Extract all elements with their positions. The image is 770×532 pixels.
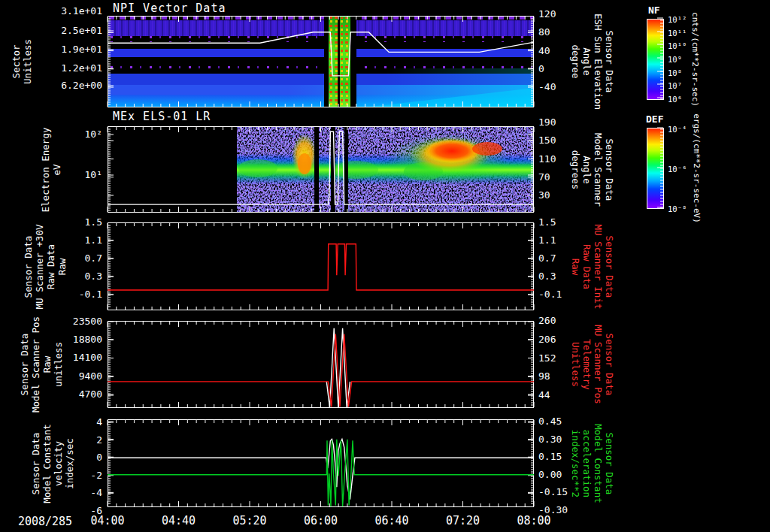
time-tick-label: 05:20: [223, 515, 276, 527]
time-tick-label: 06:00: [295, 515, 347, 527]
right-axis-label: Sensor Data Model Scanner Angle degrees: [570, 133, 615, 207]
y-axis-label: Sensor Data MU Scanner +30V Raw Data Raw: [23, 224, 68, 309]
esh-sun-elevation-angle: [108, 32, 534, 76]
y-tick-label: 1.2e+01: [21, 62, 102, 74]
right-axis-label: Sensor Data MU Scanner Pos Telemetry Uni…: [570, 325, 615, 404]
colorbar-tick-label: 10¹⁰: [668, 40, 687, 52]
model-scanner-angle: [108, 131, 534, 204]
y-tick-label: 2.5e+01: [21, 25, 102, 37]
model-constant-velocity: [108, 439, 534, 499]
colorbar-tick-label: 10⁻⁶: [668, 163, 687, 175]
mu-scanner-pos-telemetry: [108, 334, 534, 407]
colorbar-tick-label: 10⁹: [668, 53, 682, 65]
right-axis-label: Sensor Data MU Scanner Init Raw Data Raw: [570, 224, 615, 309]
y-axis-label: Sensor Data Model Constant velocity inde…: [30, 424, 75, 503]
y-axis-label: Electron Energy eV: [40, 127, 62, 212]
y-tick-label: 1.9e+01: [21, 44, 102, 56]
colorbar-tick-label: 10¹¹: [668, 27, 687, 39]
time-tick-label: 04:40: [153, 515, 205, 527]
right-axis-label: Sensor Data Model Constant acceleration …: [570, 424, 615, 503]
time-tick-label: 08:00: [508, 515, 560, 527]
colorbar-tick-label: 10⁶: [668, 93, 682, 105]
right-y-tick-label: 190: [538, 116, 584, 128]
right-axis-label: Sensor Data ESH Sun Elevation Angle degr…: [570, 14, 615, 110]
model-constant-acceleration: [108, 440, 534, 507]
mu-scanner-30v-raw: [108, 244, 534, 290]
y-tick-label: 6.2e+00: [21, 80, 102, 92]
y-tick-label: 3.1e+01: [21, 5, 102, 17]
colorbar-tick-label: 10⁷: [668, 80, 682, 92]
y-axis-label: Sensor Data Model Scanner Pos Raw unitle…: [19, 316, 64, 413]
colorbar-tick-label: 10¹²: [668, 14, 687, 26]
colorbar-tick-label: 10⁻⁴: [668, 123, 687, 135]
axes-and-series-layer: [0, 0, 770, 532]
time-tick-label: 04:00: [81, 515, 134, 527]
y-axis-label: Sector Unitless: [11, 39, 33, 84]
time-tick-label: 06:40: [365, 515, 418, 527]
plot-screen: NPI Vector Data MEx ELS-01 LR NF cnts/(c…: [0, 0, 770, 532]
colorbar-tick-label: 10⁻⁸: [668, 203, 687, 215]
time-tick-label: 07:20: [437, 515, 490, 527]
colorbar-tick-label: 10⁸: [668, 67, 682, 79]
